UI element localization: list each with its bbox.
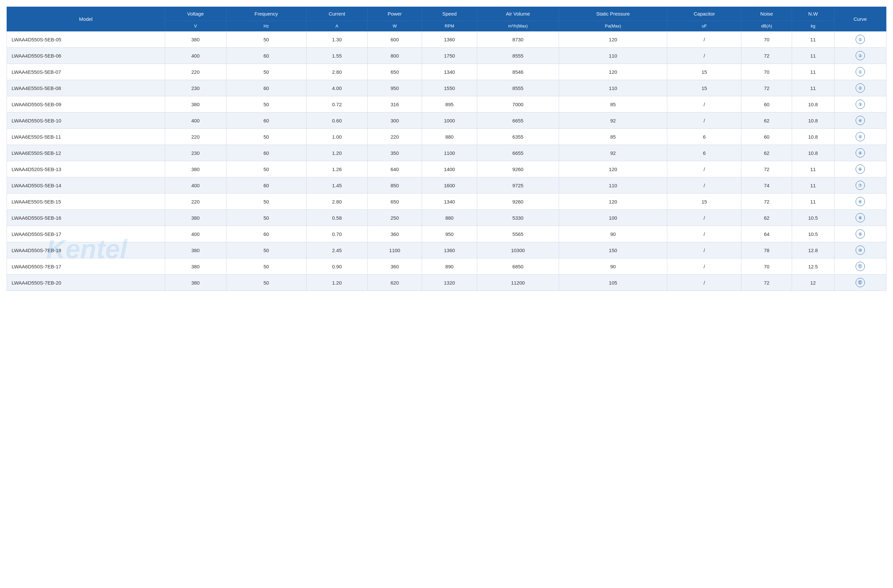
cell-power: 950 <box>367 80 422 96</box>
cell-capacitor: / <box>667 48 741 64</box>
cell-voltage: 230 <box>165 80 226 96</box>
cell-nw: 11 <box>792 64 834 80</box>
cell-capacitor: 15 <box>667 64 741 80</box>
curve-badge: ⑪ <box>855 262 865 271</box>
cell-model: LWAA4D550S-5EB-14 <box>7 177 165 194</box>
cell-static_pressure: 85 <box>559 96 667 112</box>
cell-model: LWAA6D550S-7EB-17 <box>7 258 165 274</box>
cell-curve: ② <box>834 80 886 96</box>
cell-voltage: 400 <box>165 226 226 242</box>
table-row: LWAA6E550S-5EB-12230601.2035011006655926… <box>7 145 886 161</box>
cell-speed: 1750 <box>422 48 477 64</box>
curve-badge: ⑩ <box>855 246 865 255</box>
cell-noise: 64 <box>741 226 792 242</box>
col-static-pressure: Static Pressure <box>559 7 667 21</box>
curve-badge: ⑦ <box>855 181 865 190</box>
cell-capacitor: / <box>667 242 741 258</box>
cell-static_pressure: 92 <box>559 112 667 129</box>
cell-speed: 1340 <box>422 64 477 80</box>
cell-current: 2.45 <box>306 242 367 258</box>
table-row: LWAA4D520S-5EB-13380501.2664014009260120… <box>7 161 886 177</box>
cell-noise: 72 <box>741 161 792 177</box>
cell-model: LWAA4D550S-5EB-05 <box>7 32 165 48</box>
cell-air_volume: 6655 <box>477 145 559 161</box>
cell-model: LWAA4D550S-7EB-18 <box>7 242 165 258</box>
table-row: LWAA6D550S-5EB-09380500.72316895700085/6… <box>7 96 886 112</box>
cell-current: 0.72 <box>306 96 367 112</box>
cell-air_volume: 7000 <box>477 96 559 112</box>
cell-nw: 10.8 <box>792 145 834 161</box>
col-power: Power <box>367 7 422 21</box>
cell-power: 300 <box>367 112 422 129</box>
cell-voltage: 230 <box>165 145 226 161</box>
cell-noise: 72 <box>741 194 792 210</box>
cell-current: 2.80 <box>306 64 367 80</box>
cell-curve: ⑨ <box>834 226 886 242</box>
cell-air_volume: 9260 <box>477 194 559 210</box>
cell-static_pressure: 120 <box>559 64 667 80</box>
cell-curve: ① <box>834 64 886 80</box>
table-wrapper: Model Voltage Frequency Current Power Sp… <box>7 7 886 291</box>
col-frequency-unit: Hz <box>226 21 306 32</box>
table-container: Model Voltage Frequency Current Power Sp… <box>7 7 886 291</box>
curve-badge: ② <box>855 83 865 93</box>
header-row-1: Model Voltage Frequency Current Power Sp… <box>7 7 886 21</box>
cell-voltage: 400 <box>165 177 226 194</box>
col-speed-unit: RPM <box>422 21 477 32</box>
curve-badge: ⑥ <box>855 197 865 206</box>
cell-model: LWAA4D550S-5EB-06 <box>7 48 165 64</box>
cell-speed: 1360 <box>422 32 477 48</box>
cell-static_pressure: 120 <box>559 161 667 177</box>
cell-current: 0.90 <box>306 258 367 274</box>
cell-power: 220 <box>367 129 422 145</box>
cell-static_pressure: 110 <box>559 177 667 194</box>
cell-power: 316 <box>367 96 422 112</box>
table-row: LWAA4D550S-7EB-20380501.2062013201120010… <box>7 274 886 291</box>
cell-voltage: 220 <box>165 129 226 145</box>
col-power-unit: W <box>367 21 422 32</box>
table-row: LWAA6E550S-5EB-11220501.0022088063558566… <box>7 129 886 145</box>
cell-noise: 70 <box>741 258 792 274</box>
cell-current: 1.30 <box>306 32 367 48</box>
cell-frequency: 50 <box>226 194 306 210</box>
cell-air_volume: 9725 <box>477 177 559 194</box>
cell-speed: 880 <box>422 210 477 226</box>
cell-nw: 11 <box>792 194 834 210</box>
curve-badge: ⑥ <box>855 165 865 174</box>
cell-current: 1.20 <box>306 274 367 291</box>
cell-speed: 1340 <box>422 194 477 210</box>
cell-nw: 11 <box>792 177 834 194</box>
cell-noise: 60 <box>741 96 792 112</box>
cell-current: 4.00 <box>306 80 367 96</box>
table-row: LWAA6D550S-5EB-10400600.603001000665592/… <box>7 112 886 129</box>
cell-curve: ⑤ <box>834 129 886 145</box>
cell-model: LWAA4E550S-5EB-15 <box>7 194 165 210</box>
cell-nw: 12.5 <box>792 258 834 274</box>
cell-noise: 74 <box>741 177 792 194</box>
cell-noise: 72 <box>741 80 792 96</box>
cell-static_pressure: 92 <box>559 145 667 161</box>
cell-nw: 10.8 <box>792 96 834 112</box>
cell-speed: 1000 <box>422 112 477 129</box>
cell-capacitor: / <box>667 210 741 226</box>
cell-air_volume: 10300 <box>477 242 559 258</box>
cell-model: LWAA4D550S-7EB-20 <box>7 274 165 291</box>
cell-air_volume: 8730 <box>477 32 559 48</box>
curve-badge: ② <box>855 51 865 60</box>
col-capacitor-unit: uF <box>667 21 741 32</box>
cell-model: LWAA6E550S-5EB-11 <box>7 129 165 145</box>
cell-frequency: 50 <box>226 32 306 48</box>
cell-speed: 1550 <box>422 80 477 96</box>
cell-power: 250 <box>367 210 422 226</box>
cell-power: 850 <box>367 177 422 194</box>
table-row: LWAA6D550S-5EB-17400600.70360950556590/6… <box>7 226 886 242</box>
cell-model: LWAA4E550S-5EB-07 <box>7 64 165 80</box>
cell-noise: 78 <box>741 242 792 258</box>
cell-frequency: 50 <box>226 242 306 258</box>
cell-speed: 1320 <box>422 274 477 291</box>
table-row: LWAA4E550S-5EB-15220502.8065013409260120… <box>7 194 886 210</box>
cell-power: 620 <box>367 274 422 291</box>
cell-voltage: 220 <box>165 194 226 210</box>
cell-speed: 890 <box>422 258 477 274</box>
col-frequency: Frequency <box>226 7 306 21</box>
